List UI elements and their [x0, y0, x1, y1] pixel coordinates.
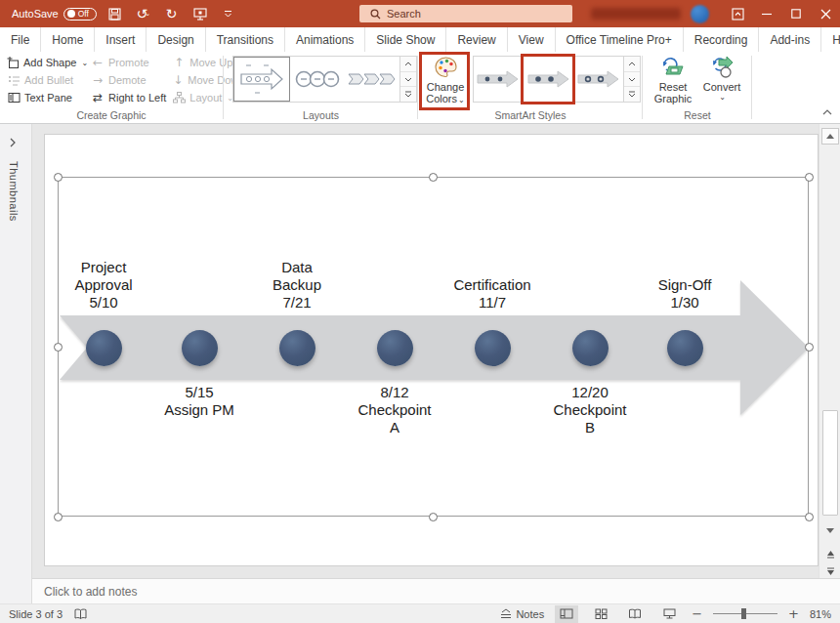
- demote-icon: →: [91, 74, 105, 86]
- selection-handle[interactable]: [805, 173, 814, 182]
- tab-transitions[interactable]: Transitions: [206, 27, 285, 52]
- styles-more-button[interactable]: [624, 87, 640, 102]
- scroll-up-button[interactable]: [821, 128, 839, 145]
- layout-icon: [172, 92, 186, 104]
- tab-slide-show[interactable]: Slide Show: [365, 27, 446, 52]
- slide-indicator[interactable]: Slide 3 of 3: [9, 608, 63, 620]
- autosave-switch[interactable]: Off: [63, 8, 97, 21]
- undo-dropdown-icon[interactable]: ⌄: [145, 10, 150, 18]
- ribbon-display-options-button[interactable]: [723, 0, 752, 27]
- close-button[interactable]: [811, 0, 840, 27]
- styles-scroll-down-button[interactable]: [624, 72, 640, 88]
- tab-design[interactable]: Design: [147, 27, 205, 52]
- thumbnails-pane-label: Thumbnails: [8, 161, 20, 222]
- notes-placeholder[interactable]: Click to add notes: [44, 585, 137, 599]
- tab-home[interactable]: Home: [41, 27, 95, 52]
- zoom-in-button[interactable]: +: [788, 606, 799, 621]
- collapse-ribbon-button[interactable]: [822, 102, 832, 119]
- reading-view-button[interactable]: [623, 605, 647, 623]
- tab-help[interactable]: Help: [821, 27, 840, 52]
- convert-dropdown-icon[interactable]: ⌄: [719, 93, 726, 102]
- tab-review[interactable]: Review: [446, 27, 507, 52]
- zoom-slider[interactable]: [713, 613, 777, 614]
- tab-insert[interactable]: Insert: [95, 27, 147, 52]
- convert-icon: [709, 54, 735, 81]
- normal-view-icon: [560, 608, 573, 619]
- demote-button[interactable]: → Demote: [88, 71, 169, 89]
- selection-handle[interactable]: [54, 513, 63, 521]
- style-2-icon: [526, 66, 571, 92]
- notes-toggle-icon: [500, 608, 512, 619]
- promote-button[interactable]: ← Promote: [88, 54, 169, 71]
- start-slideshow-button[interactable]: [190, 3, 210, 24]
- slideshow-view-icon: [663, 608, 676, 619]
- spellcheck-icon[interactable]: [74, 608, 87, 620]
- tab-file[interactable]: File: [0, 27, 41, 52]
- expand-thumbnails-icon[interactable]: [10, 134, 16, 151]
- group-reset: Reset Graphic Convert ⌄ Reset: [644, 52, 751, 124]
- layout-thumb-timeline-selected[interactable]: [233, 57, 290, 102]
- tab-animations[interactable]: Animations: [285, 27, 365, 52]
- styles-scroll-up-button[interactable]: [624, 57, 640, 72]
- layouts-scroll-up-button[interactable]: [400, 57, 416, 72]
- minimize-button[interactable]: [752, 0, 781, 27]
- undo-button[interactable]: ↺ ⌄: [134, 3, 153, 24]
- autosave-toggle[interactable]: AutoSave Off: [12, 8, 97, 21]
- scroll-down-button[interactable]: [821, 522, 839, 539]
- style-thumb-2[interactable]: [524, 57, 574, 102]
- layout-thumb-circles[interactable]: [290, 57, 345, 102]
- collapse-ribbon-icon: [822, 109, 832, 115]
- thumbnails-pane-collapsed[interactable]: Thumbnails: [0, 124, 32, 603]
- selection-handle[interactable]: [54, 343, 63, 352]
- tab-office-timeline-pro-[interactable]: Office Timeline Pro+: [556, 27, 684, 52]
- vertical-scrollbar[interactable]: [819, 124, 840, 578]
- notes-pane[interactable]: Click to add notes: [32, 578, 840, 603]
- selection-handle[interactable]: [429, 513, 438, 521]
- reset-graphic-label: Reset Graphic: [650, 81, 696, 104]
- smartart-selection-border[interactable]: [58, 177, 809, 517]
- add-shape-icon: [7, 57, 20, 69]
- search-box[interactable]: Search: [359, 5, 572, 22]
- zoom-out-button[interactable]: −: [692, 606, 702, 621]
- customize-qat-button[interactable]: [219, 3, 238, 24]
- tab-view[interactable]: View: [508, 27, 556, 52]
- save-button[interactable]: [105, 3, 125, 24]
- selection-handle[interactable]: [805, 343, 814, 352]
- slideshow-view-button[interactable]: [657, 605, 681, 623]
- normal-view-button[interactable]: [555, 605, 578, 623]
- user-avatar[interactable]: [691, 5, 709, 23]
- layouts-scroll-down-button[interactable]: [400, 72, 416, 88]
- style-thumb-3[interactable]: [573, 57, 623, 102]
- change-colors-dropdown-icon[interactable]: ⌄: [458, 96, 465, 104]
- selection-handle[interactable]: [805, 513, 814, 521]
- powerpoint-window: AutoSave Off ↺ ⌄ ↻: [0, 0, 840, 623]
- right-to-left-label: Right to Left: [108, 92, 166, 104]
- demote-label: Demote: [108, 74, 147, 86]
- layouts-gallery: [232, 56, 417, 103]
- notes-toggle-button[interactable]: Notes: [500, 608, 544, 620]
- layout-label: Layout: [189, 92, 222, 104]
- zoom-level[interactable]: 81%: [810, 608, 831, 620]
- right-to-left-button[interactable]: ⇄ Right to Left: [88, 89, 169, 106]
- scrollbar-thumb[interactable]: [822, 410, 838, 516]
- style-thumb-1[interactable]: [474, 57, 524, 102]
- redo-button[interactable]: ↻: [162, 3, 182, 24]
- slide-sorter-view-button[interactable]: [589, 605, 612, 623]
- layout-thumb-chevrons[interactable]: [345, 57, 399, 102]
- title-bar: AutoSave Off ↺ ⌄ ↻: [0, 0, 840, 27]
- tab-recording[interactable]: Recording: [684, 27, 760, 52]
- maximize-button[interactable]: [781, 0, 811, 27]
- layouts-more-button[interactable]: [400, 87, 416, 102]
- selection-handle[interactable]: [54, 173, 63, 182]
- zoom-slider-thumb[interactable]: [741, 608, 746, 619]
- text-pane-button[interactable]: Text Pane: [4, 89, 88, 106]
- style-3-icon: [576, 66, 621, 92]
- add-bullet-button[interactable]: Add Bullet: [4, 71, 88, 89]
- tab-add-ins[interactable]: Add-ins: [759, 27, 821, 52]
- selection-handle[interactable]: [429, 173, 438, 182]
- previous-slide-button[interactable]: [821, 546, 839, 562]
- slide-canvas[interactable]: ProjectApproval5/105/15Assign PMDataBack…: [44, 134, 819, 566]
- group-layouts: Layouts: [225, 52, 417, 124]
- save-icon: [108, 8, 121, 21]
- add-shape-button[interactable]: Add Shape ⌄: [4, 54, 88, 71]
